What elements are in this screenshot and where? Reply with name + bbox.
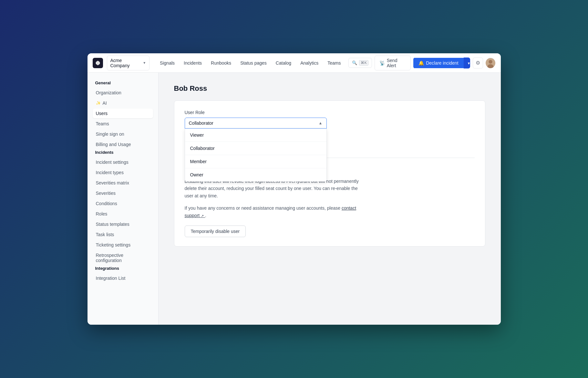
nav-link-incidents[interactable]: Incidents	[180, 58, 206, 68]
nav-link-analytics[interactable]: Analytics	[296, 58, 322, 68]
sidebar-item-label: Conditions	[96, 201, 117, 206]
sidebar-item-label: Incident settings	[96, 160, 129, 165]
declare-label: Declare incident	[426, 60, 458, 66]
dropdown-option-owner[interactable]: Owner	[185, 168, 326, 181]
sidebar-item-label: Severities	[96, 191, 116, 196]
sidebar-item-incident-settings[interactable]: Incident settings	[93, 157, 153, 167]
sidebar-item-organization[interactable]: Organization	[93, 88, 153, 98]
sidebar-item-billing[interactable]: Billing and Usage	[93, 140, 153, 149]
declare-dropdown-button[interactable]: ▼	[464, 58, 470, 68]
chevron-down-icon: ▼	[143, 61, 146, 65]
selected-role-value: Collaborator	[189, 121, 213, 126]
search-button[interactable]: 🔍 ⌘K	[348, 58, 372, 68]
sidebar-item-label: AI	[103, 100, 107, 106]
main-content: Bob Ross User Role Collaborator ▲ Viewer…	[159, 73, 501, 325]
company-selector[interactable]: Acme Company ▼	[107, 56, 150, 70]
dropdown-option-member[interactable]: Member	[185, 155, 326, 168]
gear-icon: ⚙	[476, 60, 480, 66]
declare-incident-button[interactable]: 🔔 Declare incident	[413, 58, 463, 68]
sidebar-item-label: Severities matrix	[96, 180, 129, 185]
dropdown-option-collaborator[interactable]: Collaborator	[185, 142, 326, 155]
avatar[interactable]	[486, 58, 495, 68]
disable-description-2: If you have any concerns or need assista…	[185, 205, 366, 219]
sidebar-item-label: Ticketing settings	[96, 242, 131, 247]
sidebar-item-label: Incident types	[96, 170, 124, 175]
sidebar-item-task-lists[interactable]: Task lists	[93, 230, 153, 239]
sidebar-item-label: Billing and Usage	[96, 142, 131, 147]
svg-point-1	[489, 60, 492, 63]
declare-incident-group: 🔔 Declare incident ▼	[413, 58, 470, 68]
sidebar-section-incidents: Incidents Incident settings Incident typ…	[93, 150, 153, 265]
user-role-dropdown-trigger[interactable]: Collaborator ▲	[185, 118, 327, 129]
nav-right: 🔍 ⌘K 📡 Send Alert 🔔 Declare incident ▼ ⚙	[348, 56, 495, 70]
sparkle-icon: ✨	[96, 101, 101, 105]
user-role-label: User Role	[185, 110, 475, 115]
disable-description-2-suffix: .	[205, 213, 206, 218]
sidebar-section-general: General Organization ✨ AI Users Teams Si…	[93, 80, 153, 149]
sidebar-section-label-integrations: Integrations	[93, 266, 153, 271]
search-icon: 🔍	[352, 60, 357, 65]
external-link-icon: ↗	[201, 214, 204, 218]
sidebar-item-status-templates[interactable]: Status templates	[93, 219, 153, 229]
sidebar-item-label: Retrospective configuration	[96, 253, 150, 263]
sidebar-section-label-general: General	[93, 80, 153, 85]
sidebar-item-ticketing-settings[interactable]: Ticketing settings	[93, 240, 153, 250]
user-role-dropdown-menu: Viewer Collaborator Member Owner	[185, 129, 327, 182]
logo-icon	[93, 58, 103, 68]
nav-link-catalog[interactable]: Catalog	[272, 58, 295, 68]
signal-icon: 📡	[379, 60, 385, 66]
send-alert-label: Send Alert	[387, 58, 406, 68]
sidebar-item-label: Roles	[96, 211, 108, 216]
page-title: Bob Ross	[174, 84, 485, 93]
sidebar-item-label: Teams	[96, 121, 109, 126]
nav-link-runbooks[interactable]: Runbooks	[207, 58, 235, 68]
sidebar-section-integrations: Integrations Integration List	[93, 266, 153, 283]
sidebar-item-retrospective-config[interactable]: Retrospective configuration	[93, 250, 153, 265]
search-shortcut: ⌘K	[359, 60, 368, 66]
sidebar-item-sso[interactable]: Single sign on	[93, 129, 153, 139]
send-alert-button[interactable]: 📡 Send Alert	[375, 56, 411, 70]
dropdown-option-viewer[interactable]: Viewer	[185, 129, 326, 142]
sidebar-item-label: Task lists	[96, 232, 114, 237]
sidebar: General Organization ✨ AI Users Teams Si…	[88, 73, 159, 325]
company-name: Acme Company	[110, 58, 141, 68]
top-nav: Acme Company ▼ Signals Incidents Runbook…	[88, 53, 501, 73]
sidebar-item-conditions[interactable]: Conditions	[93, 199, 153, 208]
sidebar-item-roles[interactable]: Roles	[93, 209, 153, 219]
nav-link-status-pages[interactable]: Status pages	[236, 58, 271, 68]
sidebar-item-severities[interactable]: Severities	[93, 188, 153, 198]
settings-button[interactable]: ⚙	[473, 58, 483, 68]
temporarily-disable-user-button[interactable]: Temporarily disable user	[185, 226, 246, 237]
sidebar-item-ai[interactable]: ✨ AI	[93, 98, 153, 108]
nav-link-signals[interactable]: Signals	[156, 58, 179, 68]
main-layout: General Organization ✨ AI Users Teams Si…	[88, 73, 501, 325]
sidebar-item-incident-types[interactable]: Incident types	[93, 168, 153, 177]
sidebar-item-label: Users	[96, 111, 108, 116]
sidebar-item-integration-list[interactable]: Integration List	[93, 273, 153, 283]
sidebar-section-label-incidents: Incidents	[93, 150, 153, 155]
nav-link-teams[interactable]: Teams	[324, 58, 345, 68]
sidebar-item-label: Integration List	[96, 276, 126, 281]
chevron-up-icon: ▲	[319, 121, 323, 125]
declare-icon: 🔔	[418, 60, 424, 66]
sidebar-item-label: Organization	[96, 90, 121, 95]
sidebar-item-label: Single sign on	[96, 131, 124, 137]
disable-description-2-text: If you have any concerns or need assista…	[185, 205, 341, 211]
user-role-dropdown-wrapper: Collaborator ▲ Viewer Collaborator Membe…	[185, 118, 327, 129]
sidebar-item-label: Status templates	[96, 222, 129, 227]
sidebar-item-severities-matrix[interactable]: Severities matrix	[93, 178, 153, 188]
user-role-section: User Role Collaborator ▲ Viewer Collabor…	[174, 100, 485, 247]
nav-links: Signals Incidents Runbooks Status pages …	[156, 58, 345, 68]
sidebar-item-users[interactable]: Users	[93, 109, 153, 118]
sidebar-item-teams[interactable]: Teams	[93, 119, 153, 129]
chevron-down-icon: ▼	[467, 61, 470, 65]
